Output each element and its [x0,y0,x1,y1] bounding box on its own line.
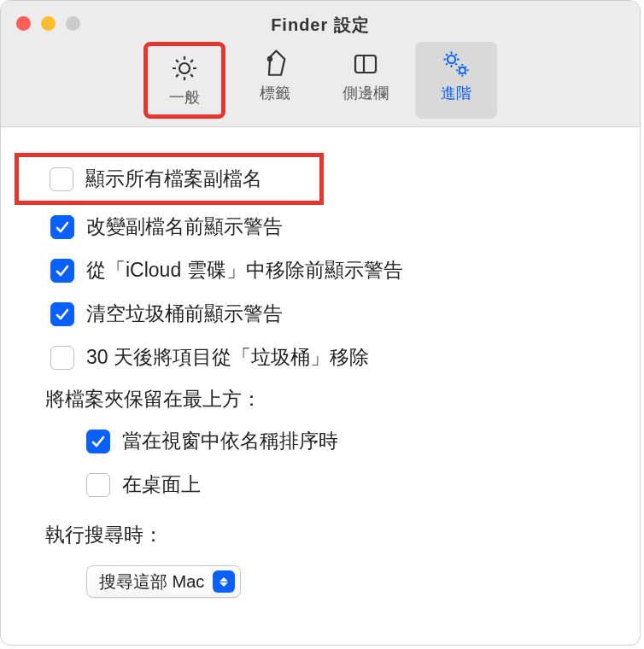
label-remove-30-days: 30 天後將項目從「垃圾桶」移除 [86,344,369,371]
settings-content: 顯示所有檔案副檔名 改變副檔名前顯示警告 從「iCloud 雲碟」中移除前顯示警… [1,127,640,598]
search-scope-dropdown[interactable]: 搜尋這部 Mac [86,565,241,598]
sidebar-icon [348,47,383,81]
tab-general[interactable]: 一般 [143,42,225,119]
minimize-button[interactable] [41,16,56,31]
tab-advanced[interactable]: 進階 [415,42,497,119]
checkbox-warn-icloud[interactable] [50,259,74,283]
label-sort-name-windows: 當在視窗中依名稱排序時 [122,428,338,454]
preferences-tabs: 一般 標籤 側邊欄 [1,42,640,119]
checkbox-warn-empty-trash[interactable] [50,302,74,326]
dropdown-text: 搜尋這部 Mac [99,570,204,593]
option-row-warn-change-ext: 改變副檔名前顯示警告 [1,205,640,248]
option-row-warn-icloud: 從「iCloud 雲碟」中移除前顯示警告 [1,248,640,292]
svg-point-0 [179,63,190,73]
group-label-search: 執行搜尋時： [1,506,640,555]
label-warn-empty-trash: 清空垃圾桶前顯示警告 [86,301,283,327]
tag-icon [258,47,292,81]
window-title: Finder 設定 [1,1,640,37]
window-header: Finder 設定 一般 [1,1,640,127]
svg-point-5 [460,67,465,73]
checkbox-sort-name-windows[interactable] [86,430,110,453]
option-row-on-desktop: 在桌面上 [1,463,640,506]
zoom-button-disabled [66,16,80,31]
group-label-folders-top: 將檔案夾保留在最上方： [1,379,640,419]
tab-sidebar[interactable]: 側邊欄 [325,42,407,119]
tab-tags[interactable]: 標籤 [234,42,316,119]
option-row-remove-30-days: 30 天後將項目從「垃圾桶」移除 [1,336,640,379]
tab-general-label: 一般 [169,87,200,108]
dropdown-arrow-icon [213,570,235,593]
label-show-extensions: 顯示所有檔案副檔名 [85,166,262,192]
finder-settings-window: Finder 設定 一般 [0,0,641,646]
close-button[interactable] [16,16,31,31]
tab-advanced-label: 進階 [441,83,471,103]
gear-icon [167,51,202,85]
option-row-sort-name-windows: 當在視窗中依名稱排序時 [1,419,640,463]
option-row-warn-empty-trash: 清空垃圾桶前顯示警告 [1,292,640,336]
label-warn-icloud: 從「iCloud 雲碟」中移除前顯示警告 [86,257,403,284]
label-warn-change-ext: 改變副檔名前顯示警告 [86,213,283,240]
checkbox-on-desktop[interactable] [86,473,110,497]
svg-point-4 [448,56,455,63]
svg-rect-2 [355,56,376,73]
checkbox-remove-30-days[interactable] [50,346,74,370]
option-row-show-extensions: 顯示所有檔案副檔名 [15,153,324,205]
tab-tags-label: 標籤 [260,83,290,103]
checkbox-warn-change-ext[interactable] [50,215,74,239]
traffic-lights [16,16,80,31]
checkbox-show-extensions[interactable] [50,167,73,191]
search-dropdown-row: 搜尋這部 Mac [1,555,640,598]
label-on-desktop: 在桌面上 [122,471,201,498]
gears-icon [439,47,473,81]
tab-sidebar-label: 側邊欄 [342,83,389,103]
